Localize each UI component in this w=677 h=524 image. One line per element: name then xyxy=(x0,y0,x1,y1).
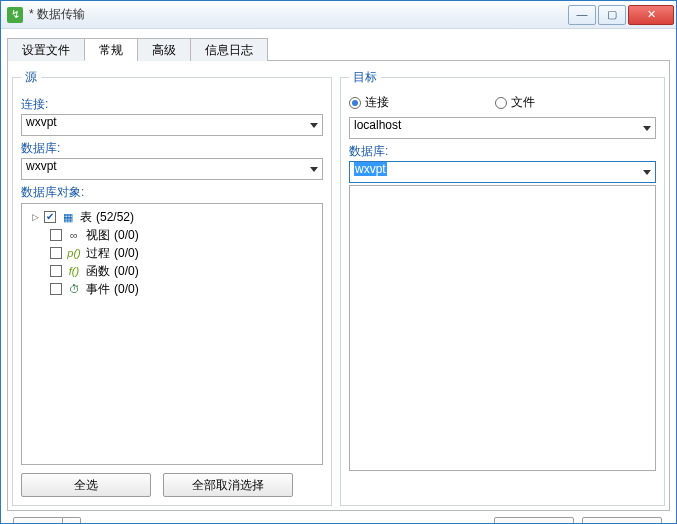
tab-log[interactable]: 信息日志 xyxy=(190,38,268,61)
target-group: 目标 连接 文件 localhost 数据库: wxvpt xyxy=(340,69,665,506)
button-label: 全部取消选择 xyxy=(192,477,264,494)
select-buttons: 全选 全部取消选择 xyxy=(21,473,323,497)
db-objects-tree[interactable]: ▷ ▦ 表 (52/52) ∞ 视图 (0/0) p() 过程 (0/0) xyxy=(21,203,323,465)
button-label: 关闭 xyxy=(610,521,634,525)
tree-count: (0/0) xyxy=(114,282,139,296)
window-title: * 数据传输 xyxy=(29,6,566,23)
function-icon: f() xyxy=(66,264,82,278)
event-icon: ⏱ xyxy=(66,282,82,296)
combo-value: wxvpt xyxy=(26,115,57,129)
minimize-icon: — xyxy=(577,9,588,20)
tree-node-tables[interactable]: ▷ ▦ 表 (52/52) xyxy=(24,208,320,226)
client-area: 设置文件 常规 高级 信息日志 源 连接: wxvpt 数据库: wxvpt 数… xyxy=(1,29,676,524)
minimize-button[interactable]: — xyxy=(568,5,596,25)
tree-label: 函数 xyxy=(86,263,110,280)
source-connection-combo[interactable]: wxvpt xyxy=(21,114,323,136)
button-label: 全选 xyxy=(74,477,98,494)
tree-count: (0/0) xyxy=(114,264,139,278)
table-icon: ▦ xyxy=(60,210,76,224)
start-button[interactable]: 开始 xyxy=(494,517,574,524)
procedure-icon: p() xyxy=(66,246,82,260)
tab-advanced[interactable]: 高级 xyxy=(137,38,191,61)
tree-count: (52/52) xyxy=(96,210,134,224)
tree-label: 表 xyxy=(80,209,92,226)
tab-bar: 设置文件 常规 高级 信息日志 xyxy=(7,37,670,61)
radio-label: 文件 xyxy=(511,94,535,111)
tab-label: 常规 xyxy=(99,43,123,57)
checkbox[interactable] xyxy=(50,229,62,241)
maximize-button[interactable]: ▢ xyxy=(598,5,626,25)
source-database-label: 数据库: xyxy=(21,140,323,157)
tree-node-events[interactable]: ⏱ 事件 (0/0) xyxy=(24,280,320,298)
tree-label: 视图 xyxy=(86,227,110,244)
source-legend: 源 xyxy=(21,69,41,86)
tree-count: (0/0) xyxy=(114,246,139,260)
source-group: 源 连接: wxvpt 数据库: wxvpt 数据库对象: ▷ ▦ 表 (52/… xyxy=(12,69,332,506)
tab-general[interactable]: 常规 xyxy=(84,38,138,61)
target-mode-connection[interactable]: 连接 xyxy=(349,94,389,111)
window-buttons: — ▢ ✕ xyxy=(566,5,674,25)
source-connection-label: 连接: xyxy=(21,96,323,113)
button-label: 保存 xyxy=(26,521,50,525)
radio-label: 连接 xyxy=(365,94,389,111)
tree-label: 过程 xyxy=(86,245,110,262)
target-legend: 目标 xyxy=(349,69,381,86)
target-connection-combo[interactable]: localhost xyxy=(349,117,656,139)
button-label: 开始 xyxy=(522,521,546,525)
deselect-all-button[interactable]: 全部取消选择 xyxy=(163,473,293,497)
combo-value: localhost xyxy=(354,118,401,132)
target-database-combo[interactable]: wxvpt xyxy=(349,161,656,183)
tab-label: 信息日志 xyxy=(205,43,253,57)
expand-icon[interactable]: ▷ xyxy=(30,212,40,222)
tree-node-procs[interactable]: p() 过程 (0/0) xyxy=(24,244,320,262)
select-all-button[interactable]: 全选 xyxy=(21,473,151,497)
combo-value: wxvpt xyxy=(354,162,387,176)
save-dropdown-button[interactable] xyxy=(63,517,81,524)
radio-icon xyxy=(495,97,507,109)
checkbox[interactable] xyxy=(50,247,62,259)
save-split-button: 保存 xyxy=(13,517,81,524)
close-button[interactable]: ✕ xyxy=(628,5,674,25)
save-button[interactable]: 保存 xyxy=(13,517,63,524)
title-bar: * 数据传输 — ▢ ✕ xyxy=(1,1,676,29)
target-mode-file[interactable]: 文件 xyxy=(495,94,535,111)
tree-count: (0/0) xyxy=(114,228,139,242)
tab-label: 高级 xyxy=(152,43,176,57)
tree-label: 事件 xyxy=(86,281,110,298)
tree-node-views[interactable]: ∞ 视图 (0/0) xyxy=(24,226,320,244)
bottom-bar: 保存 开始 关闭 xyxy=(7,511,670,524)
maximize-icon: ▢ xyxy=(607,9,617,20)
tab-content: 源 连接: wxvpt 数据库: wxvpt 数据库对象: ▷ ▦ 表 (52/… xyxy=(7,61,670,511)
source-objects-label: 数据库对象: xyxy=(21,184,323,201)
target-list[interactable] xyxy=(349,185,656,471)
radio-icon xyxy=(349,97,361,109)
source-database-combo[interactable]: wxvpt xyxy=(21,158,323,180)
close-icon: ✕ xyxy=(647,9,656,20)
tree-node-funcs[interactable]: f() 函数 (0/0) xyxy=(24,262,320,280)
tab-settings-file[interactable]: 设置文件 xyxy=(7,38,85,61)
view-icon: ∞ xyxy=(66,228,82,242)
target-database-label: 数据库: xyxy=(349,143,656,160)
tab-label: 设置文件 xyxy=(22,43,70,57)
target-mode-row: 连接 文件 xyxy=(349,94,656,111)
checkbox[interactable] xyxy=(44,211,56,223)
checkbox[interactable] xyxy=(50,265,62,277)
combo-value: wxvpt xyxy=(26,159,57,173)
app-icon xyxy=(7,7,23,23)
checkbox[interactable] xyxy=(50,283,62,295)
close-dialog-button[interactable]: 关闭 xyxy=(582,517,662,524)
